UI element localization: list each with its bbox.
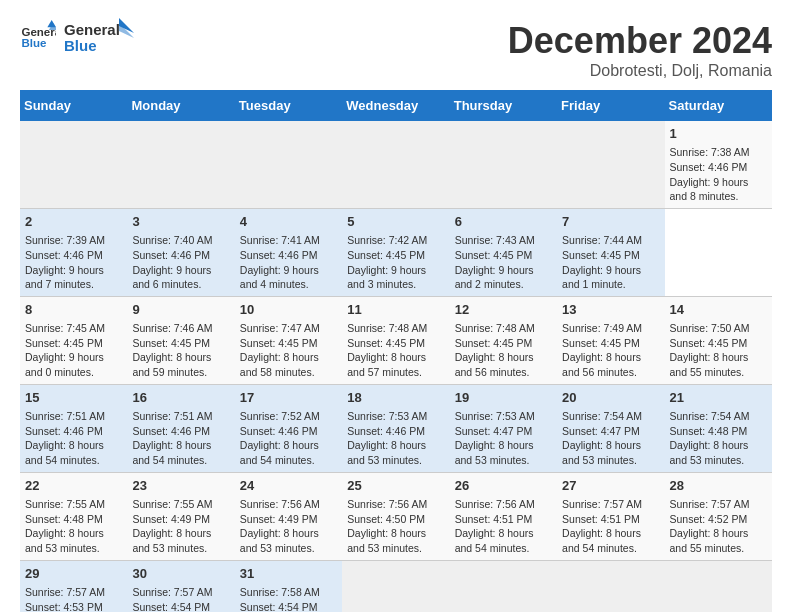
day-cell-3: 3Sunrise: 7:40 AMSunset: 4:46 PMDaylight… <box>127 208 234 296</box>
logo-icon: General Blue <box>20 20 56 56</box>
day-info: Sunrise: 7:41 AMSunset: 4:46 PMDaylight:… <box>240 233 337 292</box>
day-info: Sunrise: 7:56 AMSunset: 4:50 PMDaylight:… <box>347 497 444 556</box>
day-number: 27 <box>562 477 659 495</box>
day-number: 23 <box>132 477 229 495</box>
day-number: 31 <box>240 565 337 583</box>
day-cell-13: 13Sunrise: 7:49 AMSunset: 4:45 PMDayligh… <box>557 296 664 384</box>
day-cell-23: 23Sunrise: 7:55 AMSunset: 4:49 PMDayligh… <box>127 472 234 560</box>
empty-cell <box>235 121 342 208</box>
day-cell-25: 25Sunrise: 7:56 AMSunset: 4:50 PMDayligh… <box>342 472 449 560</box>
location-title: Dobrotesti, Dolj, Romania <box>508 62 772 80</box>
empty-cell <box>342 121 449 208</box>
day-number: 7 <box>562 213 659 231</box>
day-info: Sunrise: 7:58 AMSunset: 4:54 PMDaylight:… <box>240 585 337 612</box>
day-info: Sunrise: 7:52 AMSunset: 4:46 PMDaylight:… <box>240 409 337 468</box>
day-header-tuesday: Tuesday <box>235 90 342 121</box>
day-info: Sunrise: 7:48 AMSunset: 4:45 PMDaylight:… <box>347 321 444 380</box>
week-row: 15Sunrise: 7:51 AMSunset: 4:46 PMDayligh… <box>20 384 772 472</box>
day-number: 16 <box>132 389 229 407</box>
day-number: 11 <box>347 301 444 319</box>
day-info: Sunrise: 7:42 AMSunset: 4:45 PMDaylight:… <box>347 233 444 292</box>
day-info: Sunrise: 7:51 AMSunset: 4:46 PMDaylight:… <box>25 409 122 468</box>
day-number: 14 <box>670 301 767 319</box>
title-area: December 2024 Dobrotesti, Dolj, Romania <box>508 20 772 80</box>
day-number: 28 <box>670 477 767 495</box>
day-header-thursday: Thursday <box>450 90 557 121</box>
day-number: 19 <box>455 389 552 407</box>
day-header-monday: Monday <box>127 90 234 121</box>
empty-cell <box>20 121 127 208</box>
empty-cell <box>127 121 234 208</box>
day-header-friday: Friday <box>557 90 664 121</box>
day-cell-18: 18Sunrise: 7:53 AMSunset: 4:46 PMDayligh… <box>342 384 449 472</box>
svg-text:Blue: Blue <box>21 37 47 49</box>
day-cell-8: 8Sunrise: 7:45 AMSunset: 4:45 PMDaylight… <box>20 296 127 384</box>
day-number: 5 <box>347 213 444 231</box>
day-cell-4: 4Sunrise: 7:41 AMSunset: 4:46 PMDaylight… <box>235 208 342 296</box>
day-number: 24 <box>240 477 337 495</box>
day-number: 21 <box>670 389 767 407</box>
day-info: Sunrise: 7:38 AMSunset: 4:46 PMDaylight:… <box>670 145 767 204</box>
day-info: Sunrise: 7:43 AMSunset: 4:45 PMDaylight:… <box>455 233 552 292</box>
day-info: Sunrise: 7:51 AMSunset: 4:46 PMDaylight:… <box>132 409 229 468</box>
day-number: 26 <box>455 477 552 495</box>
day-number: 29 <box>25 565 122 583</box>
week-row: 8Sunrise: 7:45 AMSunset: 4:45 PMDaylight… <box>20 296 772 384</box>
day-number: 4 <box>240 213 337 231</box>
day-info: Sunrise: 7:49 AMSunset: 4:45 PMDaylight:… <box>562 321 659 380</box>
day-cell-11: 11Sunrise: 7:48 AMSunset: 4:45 PMDayligh… <box>342 296 449 384</box>
week-row: 29Sunrise: 7:57 AMSunset: 4:53 PMDayligh… <box>20 560 772 612</box>
day-info: Sunrise: 7:55 AMSunset: 4:49 PMDaylight:… <box>132 497 229 556</box>
day-info: Sunrise: 7:57 AMSunset: 4:51 PMDaylight:… <box>562 497 659 556</box>
day-number: 18 <box>347 389 444 407</box>
week-row: 22Sunrise: 7:55 AMSunset: 4:48 PMDayligh… <box>20 472 772 560</box>
day-info: Sunrise: 7:56 AMSunset: 4:49 PMDaylight:… <box>240 497 337 556</box>
day-info: Sunrise: 7:54 AMSunset: 4:48 PMDaylight:… <box>670 409 767 468</box>
day-info: Sunrise: 7:47 AMSunset: 4:45 PMDaylight:… <box>240 321 337 380</box>
day-number: 12 <box>455 301 552 319</box>
day-number: 3 <box>132 213 229 231</box>
week-row: 1Sunrise: 7:38 AMSunset: 4:46 PMDaylight… <box>20 121 772 208</box>
day-cell-9: 9Sunrise: 7:46 AMSunset: 4:45 PMDaylight… <box>127 296 234 384</box>
month-title: December 2024 <box>508 20 772 62</box>
day-info: Sunrise: 7:54 AMSunset: 4:47 PMDaylight:… <box>562 409 659 468</box>
day-cell-1: 1Sunrise: 7:38 AMSunset: 4:46 PMDaylight… <box>665 121 772 208</box>
day-info: Sunrise: 7:57 AMSunset: 4:54 PMDaylight:… <box>132 585 229 612</box>
empty-cell <box>342 560 449 612</box>
day-header-sunday: Sunday <box>20 90 127 121</box>
day-info: Sunrise: 7:56 AMSunset: 4:51 PMDaylight:… <box>455 497 552 556</box>
day-info: Sunrise: 7:50 AMSunset: 4:45 PMDaylight:… <box>670 321 767 380</box>
day-cell-15: 15Sunrise: 7:51 AMSunset: 4:46 PMDayligh… <box>20 384 127 472</box>
calendar-table: SundayMondayTuesdayWednesdayThursdayFrid… <box>20 90 772 612</box>
day-cell-10: 10Sunrise: 7:47 AMSunset: 4:45 PMDayligh… <box>235 296 342 384</box>
empty-cell <box>557 560 664 612</box>
logo-arrow-icon <box>104 18 134 48</box>
day-cell-21: 21Sunrise: 7:54 AMSunset: 4:48 PMDayligh… <box>665 384 772 472</box>
day-info: Sunrise: 7:39 AMSunset: 4:46 PMDaylight:… <box>25 233 122 292</box>
day-number: 6 <box>455 213 552 231</box>
day-info: Sunrise: 7:40 AMSunset: 4:46 PMDaylight:… <box>132 233 229 292</box>
day-cell-26: 26Sunrise: 7:56 AMSunset: 4:51 PMDayligh… <box>450 472 557 560</box>
day-cell-2: 2Sunrise: 7:39 AMSunset: 4:46 PMDaylight… <box>20 208 127 296</box>
day-number: 9 <box>132 301 229 319</box>
day-cell-7: 7Sunrise: 7:44 AMSunset: 4:45 PMDaylight… <box>557 208 664 296</box>
day-cell-24: 24Sunrise: 7:56 AMSunset: 4:49 PMDayligh… <box>235 472 342 560</box>
day-cell-12: 12Sunrise: 7:48 AMSunset: 4:45 PMDayligh… <box>450 296 557 384</box>
day-cell-30: 30Sunrise: 7:57 AMSunset: 4:54 PMDayligh… <box>127 560 234 612</box>
logo: General Blue General Blue <box>20 20 134 56</box>
day-header-saturday: Saturday <box>665 90 772 121</box>
day-cell-6: 6Sunrise: 7:43 AMSunset: 4:45 PMDaylight… <box>450 208 557 296</box>
day-info: Sunrise: 7:55 AMSunset: 4:48 PMDaylight:… <box>25 497 122 556</box>
day-info: Sunrise: 7:53 AMSunset: 4:47 PMDaylight:… <box>455 409 552 468</box>
day-cell-20: 20Sunrise: 7:54 AMSunset: 4:47 PMDayligh… <box>557 384 664 472</box>
day-cell-22: 22Sunrise: 7:55 AMSunset: 4:48 PMDayligh… <box>20 472 127 560</box>
day-number: 25 <box>347 477 444 495</box>
empty-cell <box>557 121 664 208</box>
day-info: Sunrise: 7:57 AMSunset: 4:53 PMDaylight:… <box>25 585 122 612</box>
day-info: Sunrise: 7:44 AMSunset: 4:45 PMDaylight:… <box>562 233 659 292</box>
header-row: SundayMondayTuesdayWednesdayThursdayFrid… <box>20 90 772 121</box>
header: General Blue General Blue December 2024 … <box>20 20 772 80</box>
day-cell-19: 19Sunrise: 7:53 AMSunset: 4:47 PMDayligh… <box>450 384 557 472</box>
day-info: Sunrise: 7:46 AMSunset: 4:45 PMDaylight:… <box>132 321 229 380</box>
day-cell-31: 31Sunrise: 7:58 AMSunset: 4:54 PMDayligh… <box>235 560 342 612</box>
